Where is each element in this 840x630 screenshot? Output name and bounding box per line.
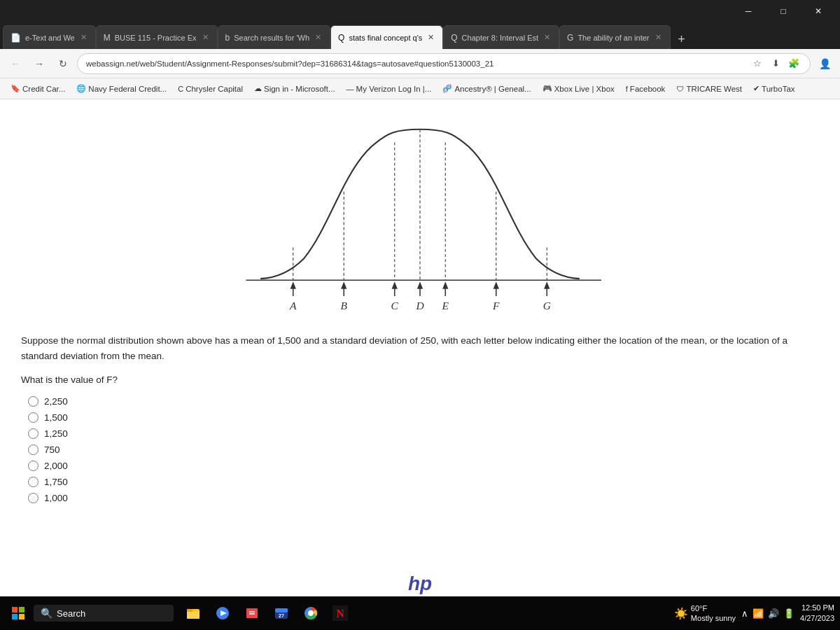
tab-favicon: G [567, 33, 573, 43]
taskbar-app-calendar[interactable]: 27 [267, 599, 295, 627]
bookmark-icon: 🧬 [442, 84, 452, 93]
svg-rect-34 [187, 611, 200, 619]
bookmark-icon: f [626, 85, 628, 93]
tab-close-button[interactable]: ✕ [426, 31, 435, 43]
download-icon[interactable]: ⬇ [768, 56, 783, 71]
browser-tab-tab2[interactable]: M BUSE 115 - Practice Ex ✕ [96, 25, 218, 49]
browser-tab-tab6[interactable]: G The ability of an inter ✕ [559, 25, 670, 49]
taskbar-search-text: Search [57, 608, 85, 619]
tab-close-button[interactable]: ✕ [654, 31, 663, 43]
bookmark-icon: 🔖 [10, 84, 20, 93]
choice-label[interactable]: 2,000 [44, 461, 68, 471]
svg-rect-35 [187, 609, 192, 612]
tab-close-button[interactable]: ✕ [314, 31, 323, 43]
tab-close-button[interactable]: ✕ [79, 31, 88, 43]
answer-radio[interactable] [28, 428, 38, 439]
current-time: 12:50 PM [800, 603, 834, 613]
bookmark-item[interactable]: 🔖Credit Car... [6, 83, 70, 94]
answer-choice[interactable]: 1,750 [28, 477, 819, 487]
tab-close-button[interactable]: ✕ [542, 31, 552, 43]
bookmark-label: TRICARE West [686, 85, 742, 93]
answer-choice[interactable]: 750 [28, 444, 819, 455]
tab-label: Search results for 'Wh [234, 34, 309, 42]
bookmark-label: Navy Federal Credit... [88, 85, 167, 93]
bookmark-item[interactable]: 🛡TRICARE West [671, 83, 747, 94]
url-text: webassign.net/web/Student/Assignment-Res… [86, 59, 750, 68]
tab-bar: 📄 e-Text and We ✕ M BUSE 115 - Practice … [0, 22, 840, 49]
bookmark-item[interactable]: —My Verizon Log In |... [342, 83, 437, 94]
weather-icon: ☀️ [674, 607, 688, 620]
bookmark-item[interactable]: 🎮Xbox Live | Xbox [538, 83, 620, 94]
battery-icon[interactable]: 🔋 [783, 608, 794, 619]
choice-label[interactable]: 2,250 [44, 396, 68, 407]
svg-rect-30 [19, 607, 24, 612]
svg-text:E: E [442, 300, 449, 312]
answer-choice[interactable]: 2,000 [28, 461, 819, 471]
profile-button[interactable]: 👤 [815, 54, 834, 74]
choice-label[interactable]: 1,250 [44, 428, 68, 439]
close-button[interactable]: ✕ [802, 0, 834, 22]
taskbar-app-explorer[interactable] [179, 599, 207, 627]
answer-choice[interactable]: 1,000 [28, 493, 819, 503]
choice-label[interactable]: 750 [44, 444, 60, 455]
browser-tab-tab3[interactable]: b Search results for 'Wh ✕ [218, 25, 331, 49]
bookmark-icon: C [178, 85, 183, 93]
tab-favicon: M [104, 33, 111, 43]
answer-radio[interactable] [28, 412, 38, 423]
answer-radio[interactable] [28, 396, 38, 407]
answer-choice[interactable]: 2,250 [28, 396, 819, 407]
refresh-button[interactable]: ↻ [53, 54, 73, 74]
choice-label[interactable]: 1,500 [44, 412, 68, 423]
current-date: 4/27/2023 [800, 613, 834, 624]
answer-radio[interactable] [28, 444, 38, 455]
bookmark-label: Credit Car... [22, 85, 65, 93]
question-area: A B C D E F G Suppose the normal distrib… [0, 99, 840, 596]
weather-desc: Mostly sunny [691, 613, 736, 623]
bookmark-star-icon[interactable]: ☆ [750, 56, 765, 71]
bookmark-item[interactable]: 🧬Ancestry® | Geneal... [438, 83, 536, 94]
svg-marker-11 [341, 281, 346, 288]
bookmark-label: Facebook [630, 85, 666, 93]
svg-text:G: G [543, 300, 551, 312]
chevron-up-icon[interactable]: ∧ [741, 608, 748, 619]
svg-marker-21 [544, 281, 550, 288]
browser-tab-tab4[interactable]: Q stats final concept q's ✕ [330, 25, 443, 49]
extension-icon[interactable]: 🧩 [786, 56, 802, 71]
forward-button[interactable]: → [29, 54, 49, 74]
taskbar-search-bar[interactable]: 🔍 Search [34, 605, 174, 622]
answer-radio[interactable] [28, 493, 38, 503]
svg-rect-38 [246, 608, 258, 618]
taskbar-app-media[interactable] [209, 599, 237, 627]
bookmark-item[interactable]: fFacebook [621, 83, 671, 94]
browser-tab-tab1[interactable]: 📄 e-Text and We ✕ [3, 25, 96, 49]
maximize-button[interactable]: □ [767, 0, 799, 22]
bookmark-item[interactable]: CChrysler Capital [173, 83, 248, 94]
taskbar-clock[interactable]: 12:50 PM 4/27/2023 [800, 603, 834, 624]
bookmark-item[interactable]: ✔TurboTax [748, 83, 800, 94]
new-tab-button[interactable]: + [672, 29, 692, 49]
bookmark-item[interactable]: 🌐Navy Federal Credit... [71, 83, 172, 94]
bookmark-item[interactable]: ☁Sign in - Microsoft... [249, 83, 340, 94]
choice-label[interactable]: 1,750 [44, 477, 68, 487]
start-button[interactable] [6, 601, 31, 626]
taskbar-apps: 27 N [179, 599, 354, 627]
wifi-icon[interactable]: 📶 [752, 608, 764, 619]
choice-label[interactable]: 1,000 [44, 493, 68, 503]
tab-close-button[interactable]: ✕ [201, 31, 210, 43]
answer-radio[interactable] [28, 461, 38, 471]
taskbar-app-chrome[interactable] [297, 599, 325, 627]
url-icons: ☆ ⬇ 🧩 [750, 56, 802, 71]
taskbar-app-files[interactable] [238, 599, 266, 627]
volume-icon[interactable]: 🔊 [768, 608, 779, 619]
bookmark-icon: ✔ [753, 84, 760, 93]
answer-choice[interactable]: 1,250 [28, 428, 819, 439]
answer-radio[interactable] [28, 477, 38, 487]
back-button[interactable]: ← [6, 54, 25, 74]
taskbar-app-netflix[interactable]: N [326, 599, 354, 627]
url-bar[interactable]: webassign.net/web/Student/Assignment-Res… [77, 53, 811, 74]
answer-choice[interactable]: 1,500 [28, 412, 819, 423]
browser-tab-tab5[interactable]: Q Chapter 8: Interval Est ✕ [443, 25, 559, 49]
minimize-button[interactable]: ─ [732, 0, 764, 22]
svg-marker-17 [442, 281, 448, 288]
tab-label: stats final concept q's [349, 34, 422, 42]
